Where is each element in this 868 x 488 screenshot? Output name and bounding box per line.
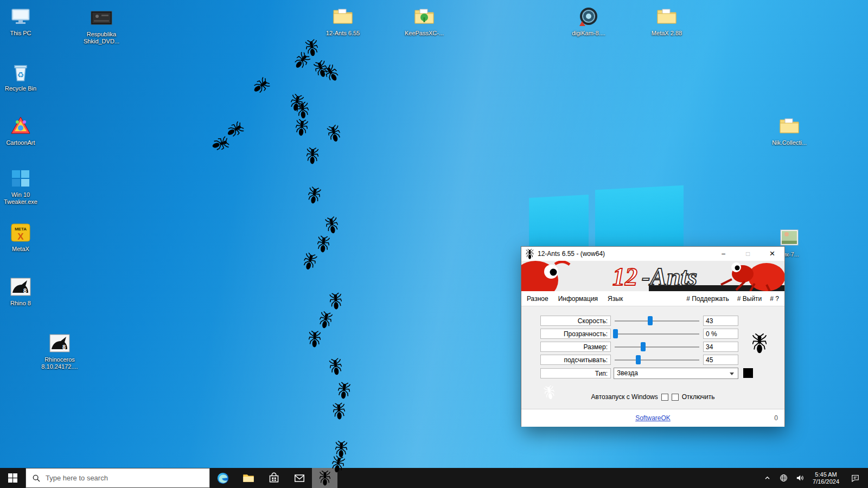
- desktop-icon-label: This PC: [10, 30, 31, 37]
- search-icon: [32, 474, 41, 483]
- window-titlebar[interactable]: 12-Ants 6.55 - (wow64) – □ ×: [521, 247, 784, 261]
- svg-text:♻: ♻: [17, 70, 24, 79]
- slider-thumb[interactable]: [641, 342, 646, 351]
- slider-track[interactable]: [614, 355, 700, 365]
- taskbar-mail-button[interactable]: [286, 468, 312, 488]
- desktop-icon-label: Respublika Shkid_DVD...: [76, 31, 126, 45]
- desktop-icon-digikam-8[interactable]: digiKam-8....: [564, 5, 614, 37]
- desktop-icon-rhinoceros-exe[interactable]: 8Rhinoceros 8.10.24172....: [35, 332, 85, 370]
- taskbar-ants-app-button[interactable]: [312, 468, 337, 488]
- slider-row-1: Прозрачность:0 %: [540, 328, 738, 339]
- slider-label: Размер:: [540, 342, 611, 352]
- desktop-icon-label: digiKam-8....: [572, 30, 605, 37]
- menu-item-right-1[interactable]: # Выйти: [737, 295, 762, 303]
- rhino-8-icon: 8: [9, 275, 32, 298]
- slider-value-input[interactable]: 45: [703, 355, 738, 365]
- slider-track[interactable]: [614, 342, 700, 352]
- ant-counter: 0: [774, 414, 778, 422]
- desktop-icon-label: MetaX: [12, 246, 29, 253]
- desktop-icon-label: Recycle Bin: [5, 85, 36, 92]
- type-dropdown[interactable]: Звезда: [614, 368, 738, 379]
- tray-network-icon[interactable]: [775, 468, 792, 488]
- system-tray: 5:45 AM 7/16/2024: [759, 468, 868, 488]
- app-ant-icon: [526, 249, 534, 259]
- desktop-icon-label: 12-Ants 6.55: [326, 30, 360, 37]
- desktop-icon-respublika-shkid-dvd[interactable]: Respublika Shkid_DVD...: [76, 7, 126, 45]
- slider-value-input[interactable]: 43: [703, 316, 738, 326]
- slider-track[interactable]: [614, 316, 700, 326]
- metax-icon: METAX: [9, 221, 32, 244]
- menu-item-2[interactable]: Язык: [608, 295, 623, 303]
- desktop-icon-label: Rhino 8: [10, 300, 31, 307]
- desktop-icon-this-pc[interactable]: This PC: [0, 5, 46, 37]
- desktop-icon-label: CartoonArt: [6, 139, 35, 146]
- desktop-icon-cartoonart[interactable]: CartoonArt: [0, 115, 46, 146]
- disable-checkbox[interactable]: [672, 394, 679, 401]
- softwareok-link[interactable]: SoftwareOK: [635, 414, 671, 422]
- close-button[interactable]: ×: [760, 247, 784, 261]
- ant-preview-icon: [752, 333, 767, 354]
- window-title: 12-Ants 6.55 - (wow64): [538, 250, 711, 258]
- desktop-icon-nik-collection[interactable]: Nik.Collecti...: [764, 115, 814, 146]
- desktop-icon-metax[interactable]: METAXMetaX: [0, 221, 46, 253]
- menu-bar: РазноеИнформацияЯзык # Поддержать# Выйти…: [521, 291, 784, 306]
- tray-volume-icon[interactable]: [792, 468, 808, 488]
- menu-item-1[interactable]: Информация: [558, 295, 598, 303]
- desktop-icon-recycle-bin[interactable]: ♻Recycle Bin: [0, 61, 46, 92]
- metax-288-icon: [655, 5, 678, 28]
- slider-value-input[interactable]: 34: [703, 342, 738, 352]
- desktop-icon-keepassxc[interactable]: KeePassXC-...: [399, 5, 449, 37]
- clock-time: 5:45 AM: [813, 471, 839, 478]
- menu-item-0[interactable]: Разное: [527, 295, 548, 303]
- taskbar-store-button[interactable]: [261, 468, 286, 488]
- ants-settings-window: 12-Ants 6.55 - (wow64) – □ × 12 -Ants: [521, 246, 785, 427]
- desktop-icon-12-ants-655[interactable]: 12-Ants 6.55: [318, 5, 368, 37]
- svg-text:8: 8: [62, 344, 66, 350]
- desktop-icon-label: KeePassXC-...: [405, 30, 444, 37]
- autostart-checkbox[interactable]: [661, 394, 668, 401]
- svg-text:8: 8: [23, 287, 27, 294]
- taskbar-search[interactable]: Type here to search: [25, 468, 210, 488]
- type-dropdown-value: Звезда: [617, 369, 638, 377]
- slider-thumb[interactable]: [613, 329, 618, 338]
- slider-value-input[interactable]: 0 %: [703, 329, 738, 339]
- taskbar-edge-button[interactable]: [210, 468, 235, 488]
- slider-row-3: подсчитывать:45: [540, 354, 738, 365]
- desktop-icon-metax-288[interactable]: MetaX 2.88: [642, 5, 692, 37]
- search-placeholder: Type here to search: [46, 474, 108, 482]
- desktop-icon-win-10-tweaker[interactable]: Win 10 Tweaker.exe: [0, 167, 46, 206]
- banner-title-ants: -Ants: [642, 263, 697, 291]
- menu-left: РазноеИнформацияЯзык: [527, 295, 623, 303]
- desktop-icon-rhino-8[interactable]: 8Rhino 8: [0, 275, 46, 307]
- type-label: Тип:: [540, 368, 611, 378]
- digikam-8-icon: [577, 5, 600, 28]
- slider-label: Прозрачность:: [540, 329, 611, 339]
- taskbar-explorer-button[interactable]: [235, 468, 261, 488]
- checkbox-row: Автозапуск с Windows Отключить: [521, 393, 784, 401]
- start-button[interactable]: [0, 468, 25, 488]
- maximize-button[interactable]: □: [736, 247, 760, 261]
- slider-label: подсчитывать:: [540, 355, 611, 365]
- slider-thumb[interactable]: [648, 316, 653, 325]
- slider-thumb[interactable]: [636, 355, 641, 364]
- banner-title-12: 12: [612, 263, 637, 291]
- slider-label: Скорость:: [540, 316, 611, 326]
- desktop-icon-label: Win 10 Tweaker.exe: [0, 191, 46, 206]
- tray-chevron-up-icon[interactable]: [759, 468, 775, 488]
- taskbar-ant-icon: [320, 471, 330, 486]
- menu-right: # Поддержать# Выйти# ?: [686, 295, 779, 303]
- slider-track[interactable]: [614, 329, 700, 339]
- desktop-icon-label: Nik.Collecti...: [772, 139, 807, 146]
- color-swatch[interactable]: [743, 368, 753, 378]
- this-pc-icon: [9, 5, 32, 28]
- taskbar-clock[interactable]: 5:45 AM 7/16/2024: [808, 471, 844, 485]
- cartoonart-icon: [9, 115, 32, 138]
- action-center-icon[interactable]: [844, 468, 866, 488]
- recycle-bin-icon: ♻: [9, 61, 32, 84]
- menu-item-right-0[interactable]: # Поддержать: [686, 295, 729, 303]
- respublika-shkid-dvd-icon: [90, 7, 113, 29]
- minimize-button[interactable]: –: [711, 247, 736, 261]
- menu-item-right-2[interactable]: # ?: [770, 295, 779, 303]
- svg-text:X: X: [17, 232, 24, 242]
- type-row: Тип: Звезда: [540, 367, 753, 379]
